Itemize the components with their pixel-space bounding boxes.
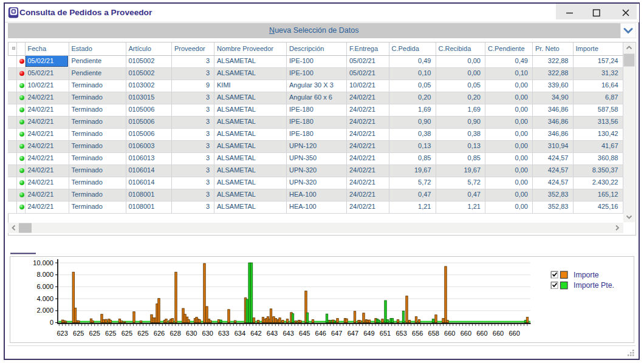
svg-text:Importe: Importe <box>574 271 599 279</box>
svg-text:658: 658 <box>428 330 439 337</box>
svg-text:6.000: 6.000 <box>36 283 53 290</box>
svg-text:660: 660 <box>509 330 519 337</box>
svg-text:4.000: 4.000 <box>36 295 53 302</box>
svg-text:651: 651 <box>380 330 391 337</box>
svg-text:630: 630 <box>186 330 197 337</box>
svg-text:0: 0 <box>50 319 53 326</box>
svg-text:660: 660 <box>493 330 504 337</box>
svg-text:625: 625 <box>137 330 148 337</box>
svg-text:8.000: 8.000 <box>36 271 53 278</box>
svg-text:645: 645 <box>299 330 310 337</box>
svg-text:660: 660 <box>476 330 487 337</box>
svg-text:643: 643 <box>283 330 293 337</box>
svg-text:633: 633 <box>218 330 229 337</box>
svg-text:10.000: 10.000 <box>33 259 53 266</box>
svg-text:628: 628 <box>170 330 180 337</box>
svg-text:623: 623 <box>57 330 67 337</box>
svg-text:660: 660 <box>444 330 455 337</box>
svg-text:2.000: 2.000 <box>36 307 53 314</box>
svg-text:625: 625 <box>73 330 84 337</box>
svg-text:660: 660 <box>461 330 471 337</box>
svg-text:634: 634 <box>235 330 245 337</box>
svg-text:653: 653 <box>396 330 406 337</box>
svg-text:625: 625 <box>89 330 100 337</box>
svg-text:649: 649 <box>363 330 374 337</box>
svg-text:630: 630 <box>202 330 213 337</box>
svg-text:642: 642 <box>250 330 261 337</box>
svg-text:Importe Pte.: Importe Pte. <box>574 281 614 290</box>
svg-text:626: 626 <box>154 330 165 337</box>
svg-text:625: 625 <box>105 330 116 337</box>
svg-text:646: 646 <box>315 330 326 337</box>
svg-text:656: 656 <box>412 330 423 337</box>
svg-text:625: 625 <box>122 330 132 337</box>
svg-text:647: 647 <box>331 330 342 337</box>
svg-text:643: 643 <box>267 330 278 337</box>
svg-text:647: 647 <box>348 330 358 337</box>
